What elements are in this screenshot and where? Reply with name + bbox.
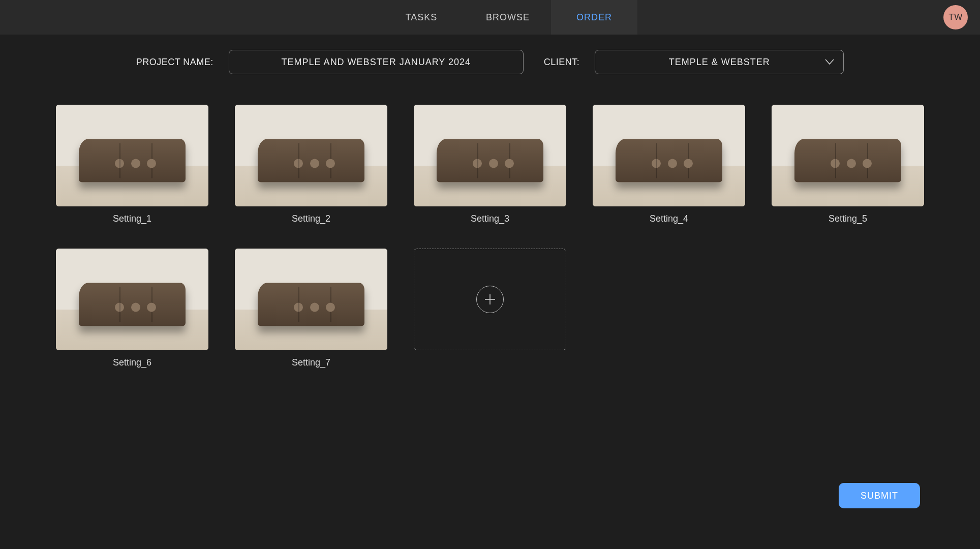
setting-card[interactable]: Setting_6 xyxy=(56,249,208,368)
setting-thumbnail xyxy=(56,105,208,206)
setting-card[interactable]: Setting_7 xyxy=(235,249,387,368)
settings-grid: Setting_1 Setting_2 Setting_3 Setting_4 … xyxy=(0,84,980,368)
avatar[interactable]: TW xyxy=(943,5,968,29)
setting-label: Setting_3 xyxy=(471,214,509,224)
client-select[interactable]: TEMPLE & WEBSTER xyxy=(595,50,844,74)
setting-thumbnail xyxy=(772,105,924,206)
project-name-group: PROJECT NAME: xyxy=(136,50,524,74)
setting-label: Setting_4 xyxy=(650,214,688,224)
setting-thumbnail xyxy=(235,105,387,206)
client-label: CLIENT: xyxy=(544,57,580,68)
setting-thumbnail xyxy=(56,249,208,350)
setting-card[interactable]: Setting_5 xyxy=(772,105,924,224)
chevron-down-icon xyxy=(825,59,834,65)
setting-card[interactable]: Setting_2 xyxy=(235,105,387,224)
project-name-input[interactable] xyxy=(229,50,524,74)
submit-button[interactable]: SUBMIT xyxy=(839,483,920,508)
client-group: CLIENT: TEMPLE & WEBSTER xyxy=(544,50,844,74)
nav-tabs: TASKS BROWSE ORDER xyxy=(378,0,637,35)
plus-icon xyxy=(476,286,504,313)
setting-thumbnail xyxy=(235,249,387,350)
setting-label: Setting_5 xyxy=(829,214,867,224)
tab-order[interactable]: ORDER xyxy=(551,0,637,35)
setting-thumbnail xyxy=(593,105,745,206)
tab-browse[interactable]: BROWSE xyxy=(465,0,551,35)
project-name-label: PROJECT NAME: xyxy=(136,57,213,68)
setting-label: Setting_7 xyxy=(292,357,330,368)
setting-thumbnail xyxy=(414,105,566,206)
setting-card[interactable]: Setting_4 xyxy=(593,105,745,224)
setting-card[interactable]: Setting_1 xyxy=(56,105,208,224)
tab-tasks[interactable]: TASKS xyxy=(378,0,465,35)
project-form-row: PROJECT NAME: CLIENT: TEMPLE & WEBSTER xyxy=(0,35,980,84)
add-setting-button[interactable] xyxy=(414,249,566,350)
setting-label: Setting_2 xyxy=(292,214,330,224)
setting-card[interactable]: Setting_3 xyxy=(414,105,566,224)
setting-label: Setting_6 xyxy=(113,357,151,368)
client-select-value: TEMPLE & WEBSTER xyxy=(669,57,770,68)
top-nav-bar: TASKS BROWSE ORDER TW xyxy=(0,0,980,35)
setting-label: Setting_1 xyxy=(113,214,151,224)
